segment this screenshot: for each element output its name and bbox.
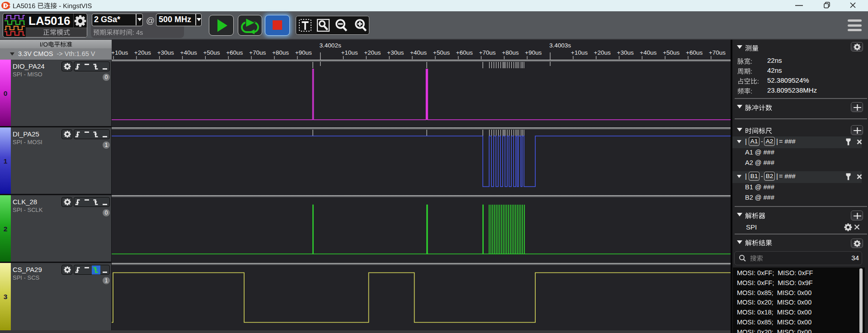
svg-text:+70us: +70us <box>479 49 495 56</box>
svg-text:+10us: +10us <box>571 49 588 56</box>
svg-text:3.4002s: 3.4002s <box>320 42 341 49</box>
svg-text:+60us: +60us <box>456 49 473 56</box>
svg-text:+60us: +60us <box>226 49 243 56</box>
svg-text:+50us: +50us <box>663 49 679 56</box>
svg-text:+20us: +20us <box>594 49 611 56</box>
svg-text:+70us: +70us <box>249 49 266 56</box>
svg-text:+50us: +50us <box>433 49 450 56</box>
svg-text:+70us: +70us <box>709 49 726 56</box>
svg-text:+20us: +20us <box>134 49 151 56</box>
svg-text:+80us: +80us <box>502 49 519 56</box>
svg-text:+90us: +90us <box>525 49 542 56</box>
svg-text:+60us: +60us <box>686 49 703 56</box>
svg-text:+40us: +40us <box>410 49 427 56</box>
svg-text:+10us: +10us <box>112 49 128 56</box>
svg-text:+40us: +40us <box>640 49 656 56</box>
svg-text:3.4003s: 3.4003s <box>549 42 571 49</box>
svg-text:+20us: +20us <box>364 49 381 56</box>
svg-text:+80us: +80us <box>272 49 289 56</box>
svg-text:+40us: +40us <box>180 49 197 56</box>
svg-text:+30us: +30us <box>387 49 404 56</box>
svg-text:+90us: +90us <box>295 49 312 56</box>
svg-text:+10us: +10us <box>341 49 358 56</box>
svg-text:+30us: +30us <box>157 49 174 56</box>
svg-text:+50us: +50us <box>203 49 220 56</box>
svg-text:+30us: +30us <box>617 49 634 56</box>
